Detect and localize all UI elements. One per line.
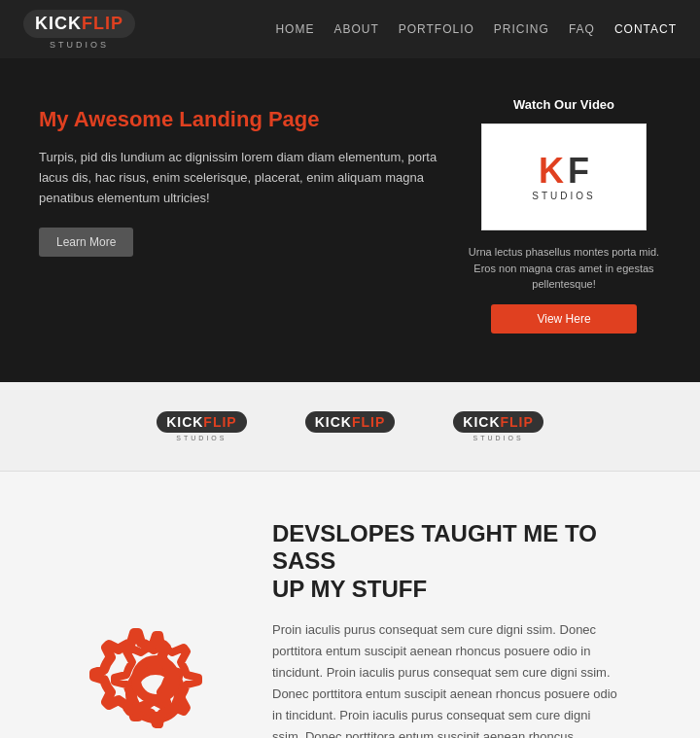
- ls3-flip: FLIP: [501, 414, 534, 430]
- main-nav: HOME ABOUT PORTFOLIO PRICING FAQ CONTACT: [275, 22, 677, 36]
- site-header: KICK FLIP STUDIOS HOME ABOUT PORTFOLIO P…: [0, 0, 700, 58]
- gear-icon-wrap: [78, 625, 233, 738]
- hero-title: My Awesome Landing Page: [39, 107, 438, 132]
- hero-right: Watch Our Video K F STUDIOS Urna lectus …: [467, 97, 661, 334]
- video-studios: STUDIOS: [532, 191, 595, 201]
- ls1-kick: KICK: [166, 414, 203, 430]
- feature-section: DEVSLOPES TAUGHT ME TO SASS UP MY STUFF …: [0, 472, 700, 739]
- nav-home[interactable]: HOME: [275, 22, 314, 36]
- logo-flip-text: FLIP: [82, 14, 123, 34]
- logo-strip-1: KICK FLIP STUDIOS: [157, 411, 247, 441]
- watch-desc: Urna lectus phasellus montes porta mid. …: [467, 244, 661, 293]
- feature-content: DEVSLOPES TAUGHT ME TO SASS UP MY STUFF …: [272, 520, 622, 739]
- ls1-studios: STUDIOS: [176, 435, 227, 441]
- watch-title: Watch Our Video: [513, 97, 614, 112]
- learn-more-button[interactable]: Learn More: [39, 228, 133, 257]
- ls3-kick: KICK: [463, 414, 500, 430]
- hero-section: My Awesome Landing Page Turpis, pid dis …: [0, 58, 700, 382]
- video-f: F: [568, 154, 589, 189]
- nav-about[interactable]: ABOUT: [333, 22, 378, 36]
- nav-portfolio[interactable]: PORTFOLIO: [399, 22, 474, 36]
- video-k: K: [539, 154, 564, 189]
- nav-contact[interactable]: CONTACT: [614, 22, 677, 36]
- logo-strip-3: KICK FLIP STUDIOS: [453, 411, 543, 441]
- ls2-studios: [348, 435, 353, 441]
- logo-studios-text: STUDIOS: [50, 40, 109, 50]
- ls1-flip: FLIP: [203, 414, 236, 430]
- ls2-kick: KICK: [315, 414, 352, 430]
- ls2-flip: FLIP: [352, 414, 385, 430]
- feature-text: Proin iaculis purus consequat sem cure d…: [272, 619, 622, 738]
- gear-icon: [88, 625, 224, 738]
- ls3-studios: STUDIOS: [473, 435, 524, 441]
- logos-strip: KICK FLIP STUDIOS KICK FLIP KICK FLIP ST…: [0, 382, 700, 472]
- nav-faq[interactable]: FAQ: [569, 22, 595, 36]
- feature-title: DEVSLOPES TAUGHT ME TO SASS UP MY STUFF: [272, 520, 622, 604]
- logo-strip-2: KICK FLIP: [305, 411, 396, 441]
- video-thumbnail[interactable]: K F STUDIOS: [481, 123, 647, 230]
- hero-left: My Awesome Landing Page Turpis, pid dis …: [39, 97, 438, 334]
- hero-text: Turpis, pid dis lundium ac dignissim lor…: [39, 148, 438, 208]
- view-here-button[interactable]: View Here: [491, 304, 637, 334]
- nav-pricing[interactable]: PRICING: [494, 22, 549, 36]
- logo-kick-text: KICK: [35, 14, 82, 34]
- site-logo: KICK FLIP STUDIOS: [23, 10, 135, 50]
